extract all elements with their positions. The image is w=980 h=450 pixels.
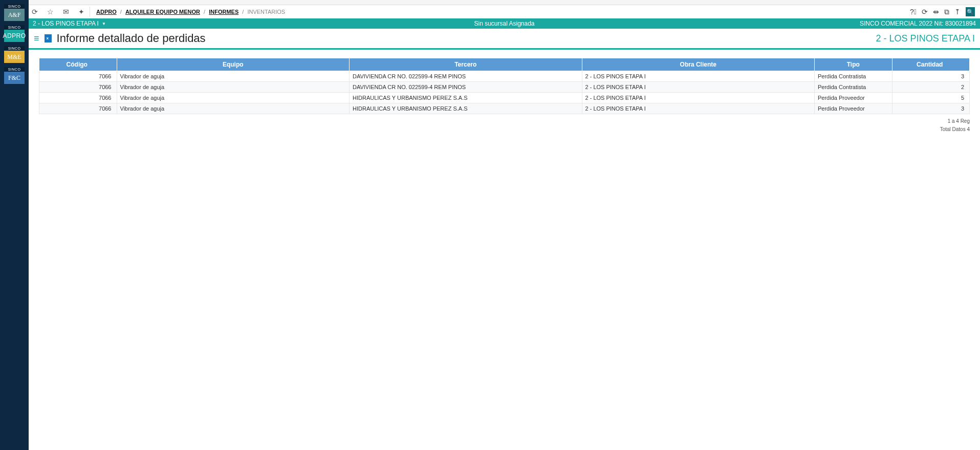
th-tipo[interactable]: Tipo	[815, 58, 892, 71]
cell-codigo: 7066	[39, 82, 117, 93]
th-codigo[interactable]: Código	[39, 58, 117, 71]
sidebar-brand-main: A&F	[4, 9, 25, 21]
main-area: ⟳ ☆ ✉ ✦ ADPRO / ALQUILER EQUIPO MENOR / …	[29, 0, 980, 450]
top-toolbar-sliver	[29, 0, 980, 5]
cell-equipo: Vibrador de aguja	[117, 71, 350, 82]
content-area: Código Equipo Tercero Obra Cliente Tipo …	[29, 50, 980, 450]
cell-obra: 2 - LOS PINOS ETAPA I	[582, 93, 815, 103]
breadcrumb: ADPRO / ALQUILER EQUIPO MENOR / INFORMES…	[92, 9, 285, 15]
help-icon[interactable]: ?⃞	[910, 8, 917, 16]
sidebar-brand-top: SINCO	[4, 46, 25, 51]
project-selector[interactable]: 2 - LOS PINOS ETAPA I ▼	[33, 20, 106, 27]
cell-cantidad: 3	[892, 71, 970, 82]
breadcrumb-row: ⟳ ☆ ✉ ✦ ADPRO / ALQUILER EQUIPO MENOR / …	[29, 5, 980, 18]
cell-tercero: HIDRAULICAS Y URBANISMO PEREZ S.A.S	[350, 93, 582, 103]
cell-tercero: HIDRAULICAS Y URBANISMO PEREZ S.A.S	[350, 103, 582, 114]
toolbar-icons: ⟳ ☆ ✉ ✦	[32, 7, 90, 17]
breadcrumb-sep: /	[204, 9, 205, 15]
cell-equipo: Vibrador de aguja	[117, 103, 350, 114]
sidebar-brand-main: ADPRO	[4, 30, 25, 42]
sidebar-item-adpro[interactable]: SINCO ADPRO	[4, 25, 25, 42]
cell-obra: 2 - LOS PINOS ETAPA I	[582, 71, 815, 82]
sidebar-brand-top: SINCO	[4, 25, 25, 30]
collapse-up-icon[interactable]: ⤒	[954, 8, 961, 16]
sidebar-brand-main: F&C	[4, 72, 25, 84]
export-excel-icon[interactable]	[45, 34, 52, 42]
table-row[interactable]: 7066Vibrador de agujaHIDRAULICAS Y URBAN…	[39, 93, 970, 103]
cell-obra: 2 - LOS PINOS ETAPA I	[582, 103, 815, 114]
cell-cantidad: 2	[892, 82, 970, 93]
th-cantidad[interactable]: Cantidad	[892, 58, 970, 71]
cell-tipo: Perdida Proveedor	[815, 93, 892, 103]
sidebar-brand-top: SINCO	[4, 67, 25, 72]
losses-table: Código Equipo Tercero Obra Cliente Tipo …	[39, 58, 970, 114]
breadcrumb-sep: /	[242, 9, 244, 15]
cell-tercero: DAVIVIENDA CR NO. 022599-4 REM PINOS	[350, 82, 582, 93]
th-obra[interactable]: Obra Cliente	[582, 58, 815, 71]
reload-icon[interactable]: ⟳	[922, 8, 928, 16]
table-row[interactable]: 7066Vibrador de agujaHIDRAULICAS Y URBAN…	[39, 103, 970, 114]
title-bar: ≡ Informe detallado de perdidas 2 - LOS …	[29, 29, 980, 50]
cell-codigo: 7066	[39, 71, 117, 82]
puzzle-icon[interactable]: ✦	[78, 8, 84, 16]
app-sidebar: SINCO A&F SINCO ADPRO SINCO M&E SINCO F&…	[0, 0, 29, 450]
breadcrumb-adpro[interactable]: ADPRO	[96, 9, 117, 15]
cell-equipo: Vibrador de aguja	[117, 93, 350, 103]
breadcrumb-left: ⟳ ☆ ✉ ✦ ADPRO / ALQUILER EQUIPO MENOR / …	[32, 7, 285, 17]
menu-icon[interactable]: ≡	[34, 33, 39, 44]
cell-codigo: 7066	[39, 93, 117, 103]
cell-tipo: Perdida Proveedor	[815, 103, 892, 114]
cell-tipo: Perdida Contratista	[815, 71, 892, 82]
table-header-row: Código Equipo Tercero Obra Cliente Tipo …	[39, 58, 970, 71]
cell-obra: 2 - LOS PINOS ETAPA I	[582, 82, 815, 93]
project-company: SINCO COMERCIAL 2022 Nit: 830021894	[860, 20, 976, 27]
sidebar-item-fc[interactable]: SINCO F&C	[4, 67, 25, 84]
mail-icon[interactable]: ✉	[63, 8, 69, 16]
expand-icon[interactable]: ⧉	[944, 8, 949, 16]
sidebar-item-af[interactable]: SINCO A&F	[4, 4, 25, 21]
star-icon[interactable]: ☆	[47, 8, 54, 16]
footer-range: 1 a 4 Reg	[39, 117, 970, 125]
project-branch: Sin sucursal Asignada	[474, 20, 534, 27]
cell-cantidad: 5	[892, 93, 970, 103]
project-bar: 2 - LOS PINOS ETAPA I ▼ Sin sucursal Asi…	[29, 18, 980, 29]
search-button[interactable]: 🔍	[966, 7, 975, 16]
cell-equipo: Vibrador de aguja	[117, 82, 350, 93]
cell-codigo: 7066	[39, 103, 117, 114]
table-row[interactable]: 7066Vibrador de agujaDAVIVIENDA CR NO. 0…	[39, 71, 970, 82]
sidebar-brand-main: M&E	[4, 51, 25, 63]
breadcrumb-current: INVENTARIOS	[247, 9, 285, 15]
project-name: 2 - LOS PINOS ETAPA I	[33, 20, 99, 27]
th-equipo[interactable]: Equipo	[117, 58, 350, 71]
columns-icon[interactable]: ⇹	[933, 8, 939, 16]
page-title: Informe detallado de perdidas	[57, 32, 206, 45]
breadcrumb-right-icons: ?⃞ ⟳ ⇹ ⧉ ⤒ 🔍	[910, 7, 977, 16]
refresh-icon[interactable]: ⟳	[32, 8, 38, 16]
cell-tercero: DAVIVIENDA CR NO. 022599-4 REM PINOS	[350, 71, 582, 82]
breadcrumb-alquiler[interactable]: ALQUILER EQUIPO MENOR	[125, 9, 200, 15]
cell-cantidad: 3	[892, 103, 970, 114]
sidebar-brand-top: SINCO	[4, 4, 25, 9]
title-right-project: 2 - LOS PINOS ETAPA I	[876, 33, 975, 44]
cell-tipo: Perdida Contratista	[815, 82, 892, 93]
chevron-down-icon: ▼	[102, 22, 106, 26]
th-tercero[interactable]: Tercero	[350, 58, 582, 71]
breadcrumb-informes[interactable]: INFORMES	[209, 9, 238, 15]
breadcrumb-sep: /	[120, 9, 122, 15]
sidebar-item-me[interactable]: SINCO M&E	[4, 46, 25, 63]
table-footer: 1 a 4 Reg Total Datos 4	[39, 117, 970, 134]
footer-total: Total Datos 4	[39, 125, 970, 134]
table-row[interactable]: 7066Vibrador de agujaDAVIVIENDA CR NO. 0…	[39, 82, 970, 93]
